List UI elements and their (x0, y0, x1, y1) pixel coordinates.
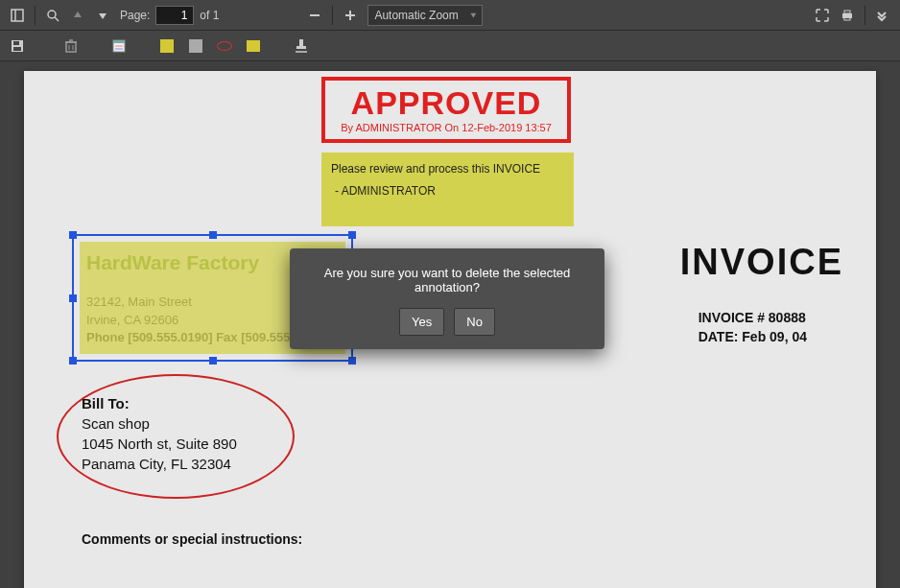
svg-line-3 (55, 17, 59, 21)
bill-to-addr1: 1045 North st, Suite 890 (82, 434, 237, 454)
sticky-note-line: Please review and process this INVOICE (331, 160, 564, 178)
delete-icon[interactable] (59, 35, 83, 58)
resize-handle-bl[interactable] (69, 357, 77, 365)
svg-rect-19 (113, 40, 125, 43)
svg-rect-0 (12, 10, 23, 21)
svg-point-2 (48, 11, 56, 18)
resize-handle-tm[interactable] (209, 231, 217, 239)
page-number-input[interactable] (155, 6, 194, 25)
invoice-number: INVOICE # 80888 (699, 309, 807, 328)
ellipse-tool-icon[interactable] (213, 35, 236, 58)
find-icon[interactable] (41, 4, 64, 27)
svg-rect-8 (844, 11, 850, 13)
bill-to-name: Scan shop (82, 413, 237, 434)
page-label: Page: (120, 9, 150, 22)
next-page-icon[interactable] (91, 4, 114, 27)
pdf-toolbar: Page: of 1 Automatic Zoom (0, 0, 900, 31)
tools-icon[interactable] (871, 4, 894, 27)
stamp-title: APPROVED (325, 84, 567, 122)
invoice-title: INVOICE (680, 242, 843, 283)
stamp-byline: By ADMINISTRATOR On 12-Feb-2019 13:57 (325, 122, 567, 133)
svg-rect-9 (844, 17, 850, 20)
no-button[interactable]: No (454, 308, 495, 336)
svg-rect-22 (299, 39, 303, 46)
resize-handle-br[interactable] (348, 357, 356, 365)
zoom-select-label: Automatic Zoom (374, 9, 458, 22)
save-icon[interactable] (6, 35, 29, 58)
invoice-meta: INVOICE # 80888 DATE: Feb 09, 04 (699, 309, 807, 346)
page-total-label: of 1 (200, 9, 219, 22)
resize-handle-tl[interactable] (69, 231, 77, 239)
svg-rect-11 (13, 41, 19, 45)
invoice-date: DATE: Feb 09, 04 (699, 328, 807, 347)
bill-to-addr2: Panama City, FL 32304 (82, 454, 237, 474)
panel-icon[interactable] (107, 35, 130, 58)
approved-stamp[interactable]: APPROVED By ADMINISTRATOR On 12-Feb-2019… (321, 77, 571, 143)
resize-handle-bm[interactable] (209, 357, 217, 365)
prev-page-icon[interactable] (66, 4, 89, 27)
zoom-select[interactable]: Automatic Zoom (367, 5, 483, 26)
dialog-message: Are you sure you want to delete the sele… (303, 266, 591, 294)
svg-rect-12 (13, 47, 21, 51)
zoom-out-icon[interactable] (303, 4, 326, 27)
zoom-in-icon[interactable] (339, 4, 362, 27)
confirm-delete-dialog: Are you sure you want to delete the sele… (290, 248, 604, 349)
yes-button[interactable]: Yes (399, 308, 444, 336)
highlight-tool-icon[interactable] (242, 35, 265, 58)
sidebar-toggle-icon[interactable] (6, 4, 29, 27)
resize-handle-tr[interactable] (348, 231, 356, 239)
bill-to-label: Bill To: (82, 393, 237, 413)
sticky-note-author: - ADMINISTRATOR (331, 182, 564, 200)
rectangle-tool-icon[interactable] (184, 35, 207, 58)
annotation-toolbar (0, 31, 900, 61)
resize-handle-ml[interactable] (69, 294, 77, 302)
svg-rect-23 (296, 46, 306, 49)
presentation-icon[interactable] (811, 4, 834, 27)
svg-rect-13 (66, 42, 76, 52)
print-icon[interactable] (836, 4, 859, 27)
comments-label: Comments or special instructions: (82, 531, 302, 547)
bill-to-block: Bill To: Scan shop 1045 North st, Suite … (82, 393, 237, 474)
sticky-note-tool-icon[interactable] (155, 35, 178, 58)
sticky-note-annotation[interactable]: Please review and process this INVOICE -… (321, 153, 574, 226)
stamp-tool-icon[interactable] (290, 35, 313, 58)
